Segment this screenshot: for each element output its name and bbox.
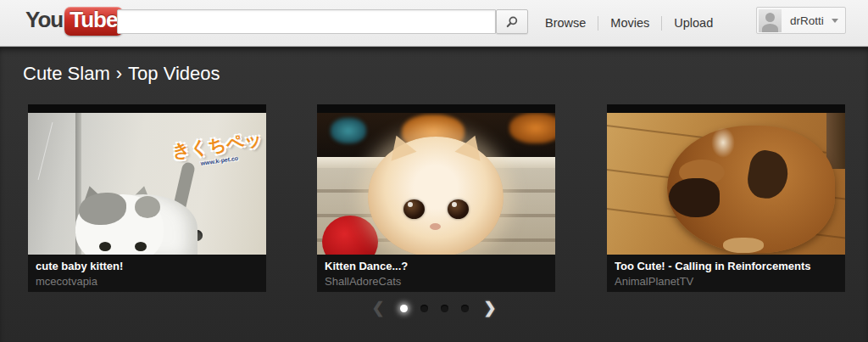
nav-upload[interactable]: Upload (674, 16, 713, 30)
petshop-sticker: きくちペッ www.k-pet.co (170, 127, 264, 171)
user-name: drRotti (790, 14, 824, 27)
kitten-eye-illustration (135, 242, 147, 251)
video-thumbnail[interactable]: きくちペッ www.k-pet.co (28, 104, 266, 255)
video-title[interactable]: cute baby kitten! (36, 260, 259, 272)
search-button[interactable] (496, 9, 528, 34)
content-stage: Cute Slam›Top Videos きくちペッ www.k-pet.co (0, 48, 868, 342)
carousel-dot[interactable] (461, 305, 469, 312)
thumbnail-kitten-photo: きくちペッ www.k-pet.co (28, 113, 266, 255)
carousel-pager: ❮ ❯ (0, 300, 868, 316)
youtube-logo[interactable]: YouTube (25, 7, 123, 36)
kitten-fur-patch (135, 196, 160, 218)
breadcrumb-separator: › (116, 63, 122, 84)
nav-browse[interactable]: Browse (545, 16, 586, 30)
puppy-ear-illustration (744, 148, 791, 201)
puppy-white-blaze (711, 127, 735, 158)
breadcrumb-section[interactable]: Cute Slam (23, 63, 110, 84)
glass-reflection (38, 122, 53, 180)
avatar (759, 9, 782, 32)
nav-separator (598, 16, 598, 31)
video-info: Too Cute! - Calling in Reinforcements An… (607, 255, 845, 292)
carousel-dot[interactable] (420, 305, 428, 312)
video-thumbnail[interactable] (607, 104, 845, 255)
nav-movies[interactable]: Movies (610, 16, 649, 30)
orange-object (509, 113, 555, 143)
avatar-silhouette-body (762, 24, 778, 32)
carousel-dots (400, 305, 469, 312)
nav-separator (661, 16, 662, 31)
eye-glint (408, 202, 413, 207)
search-icon (505, 15, 519, 29)
carousel-dot[interactable] (400, 305, 408, 312)
teal-object (331, 118, 366, 143)
avatar-silhouette-head (765, 13, 775, 22)
breadcrumb-subsection: Top Videos (128, 63, 220, 84)
puppy-muzzle-illustration (669, 178, 720, 217)
video-info: Kitten Dance...? ShallAdoreCats (317, 255, 555, 292)
top-header: YouTube Browse Movies Upload drRotti (0, 0, 868, 47)
kitten-face-illustration (368, 137, 504, 255)
search-input[interactable] (117, 9, 496, 34)
video-thumbnail[interactable] (317, 104, 555, 255)
video-title[interactable]: Too Cute! - Calling in Reinforcements (615, 260, 837, 272)
kitten-nose-illustration (430, 223, 441, 230)
kitten-eye-illustration (448, 199, 469, 219)
logo-you-text: You (25, 7, 63, 32)
breadcrumb: Cute Slam›Top Videos (23, 63, 220, 85)
video-author[interactable]: ShallAdoreCats (325, 275, 548, 288)
carousel-next-icon[interactable]: ❯ (484, 300, 497, 316)
header-nav: Browse Movies Upload (545, 0, 713, 46)
chevron-down-icon (832, 19, 838, 23)
puppy-paw-illustration (723, 238, 764, 253)
puppy-illustration (667, 126, 835, 253)
eye-glint (452, 202, 457, 207)
kitten-eye-illustration (99, 242, 111, 251)
video-card[interactable]: Too Cute! - Calling in Reinforcements An… (607, 104, 845, 292)
thumbnail-puppy-photo (607, 113, 845, 255)
door-edge-illustration (826, 113, 845, 169)
video-title[interactable]: Kitten Dance...? (325, 260, 548, 272)
video-author[interactable]: AnimalPlanetTV (615, 275, 837, 288)
thumbnail-kitten-photo (317, 113, 555, 255)
video-card[interactable]: Kitten Dance...? ShallAdoreCats (317, 104, 555, 292)
video-card[interactable]: きくちペッ www.k-pet.co cute baby kitten! mce… (28, 104, 266, 292)
carousel-prev-icon[interactable]: ❮ (371, 300, 384, 316)
kitten-eye-illustration (403, 199, 425, 219)
video-author[interactable]: mcecotvapia (36, 275, 259, 288)
carousel-dot[interactable] (441, 305, 448, 312)
video-info: cute baby kitten! mcecotvapia (28, 255, 266, 292)
user-menu[interactable]: drRotti (756, 7, 846, 34)
logo-tube-text: Tube (64, 7, 123, 36)
